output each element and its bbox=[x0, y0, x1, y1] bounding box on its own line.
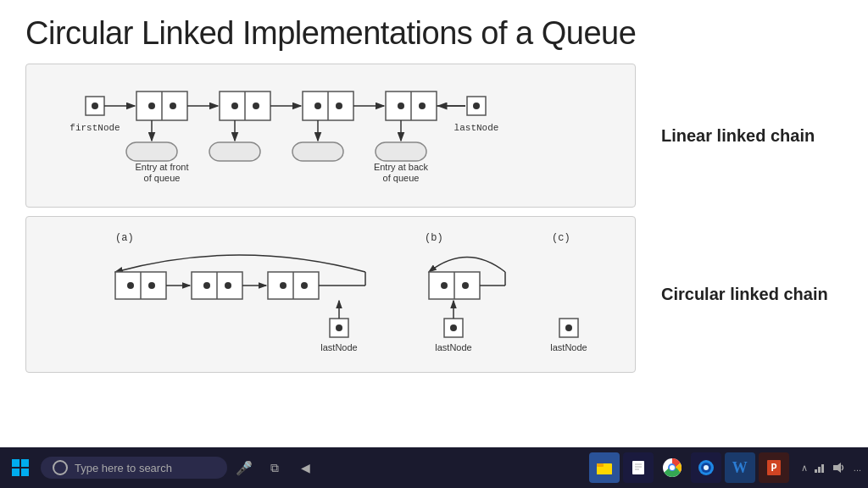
taskbar-search-text: Type here to search bbox=[75, 462, 172, 474]
svg-point-69 bbox=[462, 282, 469, 289]
svg-point-26 bbox=[473, 103, 480, 109]
file-explorer-icon[interactable] bbox=[589, 452, 620, 483]
linear-chain-diagram: firstNode lastNode bbox=[25, 64, 636, 208]
svg-point-63 bbox=[336, 324, 342, 331]
word-icon[interactable]: W bbox=[725, 452, 755, 483]
svg-rect-100 bbox=[818, 467, 821, 473]
svg-point-22 bbox=[398, 103, 404, 109]
content-area: firstNode lastNode bbox=[25, 64, 843, 439]
svg-text:lastNode: lastNode bbox=[320, 342, 357, 352]
back-icon[interactable]: ◀ bbox=[292, 454, 319, 481]
svg-text:P: P bbox=[771, 463, 776, 474]
svg-rect-35 bbox=[292, 142, 343, 161]
circular-chain-row: (a) (b) (c) bbox=[25, 216, 843, 373]
svg-rect-84 bbox=[597, 466, 612, 474]
svg-point-73 bbox=[450, 324, 457, 331]
svg-rect-79 bbox=[12, 459, 19, 467]
svg-text:(b): (b) bbox=[425, 232, 443, 244]
search-circle-icon bbox=[53, 460, 68, 475]
svg-point-96 bbox=[704, 465, 709, 470]
svg-point-18 bbox=[336, 103, 342, 109]
blue-app-icon[interactable] bbox=[691, 452, 721, 483]
linear-chain-row: firstNode lastNode bbox=[25, 64, 843, 208]
svg-rect-101 bbox=[821, 464, 824, 473]
svg-point-23 bbox=[419, 103, 426, 109]
network-icon bbox=[813, 461, 826, 474]
svg-point-68 bbox=[441, 282, 448, 289]
powerpoint-icon[interactable]: P bbox=[759, 452, 789, 483]
circular-chain-label: Circular linked chain bbox=[653, 285, 843, 304]
svg-rect-86 bbox=[632, 461, 644, 474]
svg-text:lastNode: lastNode bbox=[435, 342, 471, 352]
svg-text:lastNode: lastNode bbox=[454, 123, 499, 133]
svg-point-77 bbox=[565, 324, 572, 331]
svg-text:Entry at front: Entry at front bbox=[136, 162, 189, 172]
svg-text:firstNode: firstNode bbox=[70, 123, 120, 133]
svg-text:(a): (a) bbox=[115, 232, 134, 244]
microphone-icon[interactable]: 🎤 bbox=[231, 454, 258, 481]
svg-text:of queue: of queue bbox=[144, 173, 181, 183]
linear-chain-label: Linear linked chain bbox=[653, 126, 843, 146]
svg-marker-102 bbox=[833, 463, 841, 473]
svg-point-48 bbox=[127, 282, 134, 289]
svg-text:Entry at back: Entry at back bbox=[374, 162, 429, 172]
svg-point-13 bbox=[253, 103, 259, 109]
svg-point-49 bbox=[148, 282, 155, 289]
svg-text:of queue: of queue bbox=[383, 173, 420, 183]
svg-point-59 bbox=[301, 282, 308, 289]
task-view-icon[interactable]: ⧉ bbox=[261, 454, 288, 481]
svg-rect-31 bbox=[126, 142, 177, 161]
svg-rect-33 bbox=[209, 142, 260, 161]
svg-point-3 bbox=[92, 103, 98, 109]
svg-point-17 bbox=[314, 103, 321, 109]
taskbar-search-bar[interactable]: Type here to search bbox=[41, 457, 227, 479]
svg-rect-99 bbox=[815, 469, 817, 473]
windows-start-button[interactable] bbox=[7, 454, 34, 481]
svg-point-53 bbox=[203, 282, 210, 289]
svg-rect-81 bbox=[12, 469, 19, 476]
svg-rect-37 bbox=[376, 142, 426, 161]
svg-point-93 bbox=[670, 465, 675, 470]
svg-rect-85 bbox=[597, 463, 604, 467]
svg-rect-82 bbox=[21, 469, 29, 476]
svg-text:lastNode: lastNode bbox=[550, 342, 587, 352]
svg-point-58 bbox=[280, 282, 287, 289]
taskbar-app-icons: W P ∧ ... bbox=[589, 452, 861, 483]
slide-title: Circular Linked Implementations of a Que… bbox=[25, 15, 843, 52]
notes-icon[interactable] bbox=[623, 452, 654, 483]
svg-rect-80 bbox=[21, 459, 29, 467]
svg-point-8 bbox=[170, 103, 176, 109]
circular-chain-diagram: (a) (b) (c) bbox=[25, 216, 636, 373]
volume-icon bbox=[832, 461, 845, 474]
svg-point-12 bbox=[231, 103, 238, 109]
svg-point-54 bbox=[225, 282, 231, 289]
svg-point-7 bbox=[148, 103, 155, 109]
chrome-icon[interactable] bbox=[657, 452, 687, 483]
svg-text:(c): (c) bbox=[552, 232, 570, 244]
slide-area: Circular Linked Implementations of a Que… bbox=[0, 0, 868, 447]
taskbar: Type here to search 🎤 ⧉ ◀ bbox=[0, 447, 868, 488]
